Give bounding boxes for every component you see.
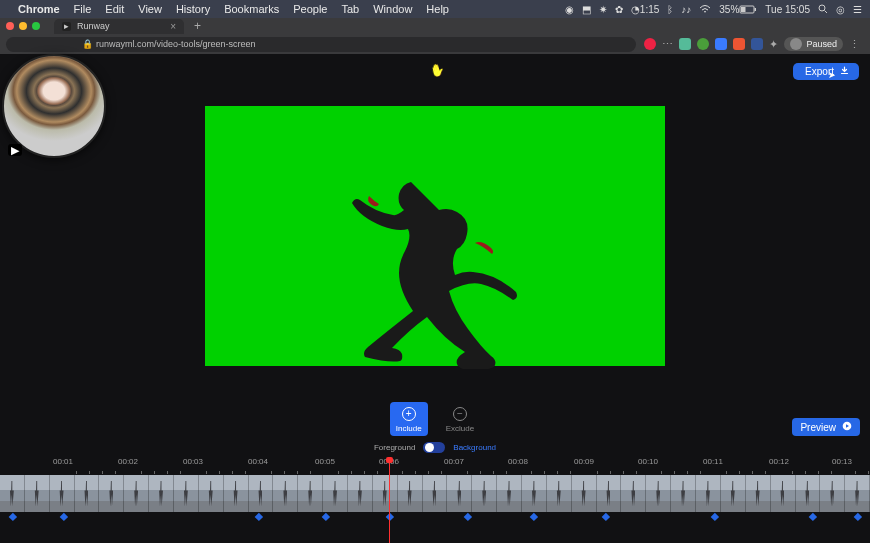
timeline-thumbnail[interactable] — [348, 475, 373, 512]
tray-clock-icon[interactable]: ◔ 1:15 — [631, 4, 659, 15]
time-label: 00:13 — [832, 457, 852, 466]
ext-more-icon[interactable]: ⋯ — [662, 38, 673, 51]
timeline-thumbnail[interactable] — [820, 475, 845, 512]
timeline-thumbnail[interactable] — [547, 475, 572, 512]
control-center-icon[interactable]: ☰ — [853, 4, 862, 15]
siri-icon[interactable]: ◎ — [836, 4, 845, 15]
wifi-icon[interactable] — [699, 5, 711, 14]
timeline-thumbnail[interactable] — [0, 475, 25, 512]
ext-icon-3[interactable] — [697, 38, 709, 50]
menu-people[interactable]: People — [293, 3, 327, 15]
keyframe-marker[interactable] — [530, 513, 538, 521]
timeline-thumbnail[interactable] — [671, 475, 696, 512]
keyframe-marker[interactable] — [711, 513, 719, 521]
timeline-thumbnail[interactable] — [398, 475, 423, 512]
sound-icon[interactable]: ♪♪ — [681, 4, 691, 15]
timeline-thumbnail[interactable] — [373, 475, 398, 512]
extension-icons: ⋯ ✦ Paused ⋮ — [640, 37, 864, 51]
timeline-thumbnail[interactable] — [572, 475, 597, 512]
keyframe-marker[interactable] — [255, 513, 263, 521]
ext-icon-1[interactable] — [644, 38, 656, 50]
keyframe-marker[interactable] — [322, 513, 330, 521]
new-tab-button[interactable]: + — [188, 19, 207, 33]
menu-bookmarks[interactable]: Bookmarks — [224, 3, 279, 15]
tray-icon-2[interactable]: ✷ — [599, 4, 607, 15]
profile-chip[interactable]: Paused — [784, 37, 843, 51]
timeline-thumbnail[interactable] — [75, 475, 100, 512]
keyframe-track[interactable] — [0, 512, 870, 526]
keyframe-marker[interactable] — [60, 513, 68, 521]
timeline-thumbnail[interactable] — [721, 475, 746, 512]
timeline-thumbnail[interactable] — [99, 475, 124, 512]
window-zoom-button[interactable] — [32, 22, 40, 30]
menu-window[interactable]: Window — [373, 3, 412, 15]
video-canvas[interactable] — [205, 106, 665, 366]
timeline-thumbnail[interactable] — [771, 475, 796, 512]
background-label: Background — [453, 443, 496, 452]
export-button[interactable]: Export — [793, 63, 859, 80]
url-text: runwayml.com/video-tools/green-screen — [96, 39, 256, 49]
timeline-thumbnail[interactable] — [472, 475, 497, 512]
tray-icon-3[interactable]: ✿ — [615, 4, 623, 15]
timeline-thumbnail[interactable] — [323, 475, 348, 512]
timeline-thumbnail[interactable] — [249, 475, 274, 512]
timeline-thumbnail[interactable] — [25, 475, 50, 512]
thumbnail-track[interactable] — [0, 475, 870, 512]
timeline-thumbnail[interactable] — [174, 475, 199, 512]
window-close-button[interactable] — [6, 22, 14, 30]
timeline-thumbnail[interactable] — [845, 475, 870, 512]
preview-button[interactable]: Preview — [792, 418, 860, 436]
timeline-thumbnail[interactable] — [199, 475, 224, 512]
timeline-thumbnail[interactable] — [621, 475, 646, 512]
menu-help[interactable]: Help — [426, 3, 449, 15]
timeline-thumbnail[interactable] — [423, 475, 448, 512]
timeline-thumbnail[interactable] — [746, 475, 771, 512]
screenrec-icon[interactable]: ◉ — [565, 4, 574, 15]
menu-history[interactable]: History — [176, 3, 210, 15]
timeline-thumbnail[interactable] — [646, 475, 671, 512]
menu-edit[interactable]: Edit — [105, 3, 124, 15]
fg-bg-switch[interactable] — [423, 442, 445, 453]
ext-icon-6[interactable] — [751, 38, 763, 50]
include-tool-button[interactable]: + Include — [390, 402, 428, 436]
timeline-thumbnail[interactable] — [273, 475, 298, 512]
exclude-tool-button[interactable]: − Exclude — [440, 402, 480, 436]
timeline-thumbnail[interactable] — [298, 475, 323, 512]
menu-file[interactable]: File — [74, 3, 92, 15]
address-bar[interactable]: 🔒 runwayml.com/video-tools/green-screen — [6, 37, 636, 52]
spotlight-icon[interactable] — [818, 4, 828, 14]
timeline-thumbnail[interactable] — [149, 475, 174, 512]
timeline-thumbnail[interactable] — [522, 475, 547, 512]
bluetooth-icon[interactable]: ᛒ — [667, 4, 673, 15]
timeline-thumbnail[interactable] — [447, 475, 472, 512]
menu-view[interactable]: View — [138, 3, 162, 15]
extensions-puzzle-icon[interactable]: ✦ — [769, 38, 778, 51]
ext-icon-2[interactable] — [679, 38, 691, 50]
keyframe-marker[interactable] — [809, 513, 817, 521]
browser-menu-icon[interactable]: ⋮ — [849, 38, 860, 51]
time-ruler[interactable]: 00:0100:0200:0300:0400:0500:0600:0700:08… — [0, 457, 870, 475]
keyframe-marker[interactable] — [464, 513, 472, 521]
menu-tab[interactable]: Tab — [341, 3, 359, 15]
window-controls — [6, 22, 50, 30]
tab-close-icon[interactable]: × — [170, 21, 176, 32]
timeline-thumbnail[interactable] — [696, 475, 721, 512]
keyframe-marker[interactable] — [854, 513, 862, 521]
ext-icon-5[interactable] — [733, 38, 745, 50]
browser-tab[interactable]: ▸ Runway × — [54, 19, 184, 34]
tray-icon-1[interactable]: ⬒ — [582, 4, 591, 15]
timeline-thumbnail[interactable] — [597, 475, 622, 512]
ext-icon-4[interactable] — [715, 38, 727, 50]
menubar-datetime[interactable]: Tue 15:05 — [765, 4, 810, 15]
timeline-thumbnail[interactable] — [124, 475, 149, 512]
keyframe-marker[interactable] — [602, 513, 610, 521]
timeline-thumbnail[interactable] — [796, 475, 821, 512]
battery-icon[interactable]: 35% — [719, 4, 757, 15]
timeline-thumbnail[interactable] — [50, 475, 75, 512]
playhead[interactable] — [389, 457, 390, 543]
window-minimize-button[interactable] — [19, 22, 27, 30]
menu-app-name[interactable]: Chrome — [18, 3, 60, 15]
timeline-thumbnail[interactable] — [224, 475, 249, 512]
timeline-thumbnail[interactable] — [497, 475, 522, 512]
keyframe-marker[interactable] — [9, 513, 17, 521]
